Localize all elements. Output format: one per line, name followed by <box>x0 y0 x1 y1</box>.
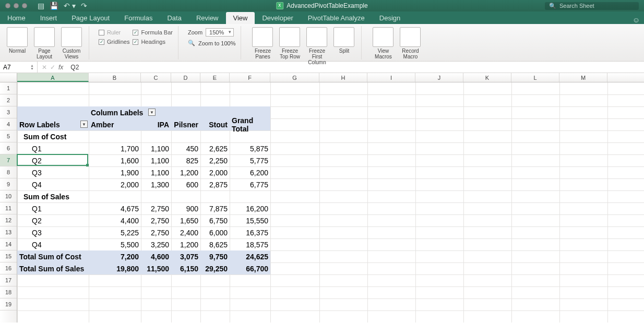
redo-icon[interactable]: ↷ <box>81 2 87 10</box>
row-11[interactable]: 11 <box>0 202 17 214</box>
cell[interactable]: 1,200 <box>171 238 200 250</box>
row-10[interactable]: 10 <box>0 190 17 202</box>
cell[interactable]: 16,200 <box>230 202 270 214</box>
cell[interactable]: 4,600 <box>141 250 171 262</box>
col-labels-dropdown[interactable]: ▼ <box>148 109 156 116</box>
view-page-layout[interactable]: Page Layout <box>32 27 56 59</box>
formula-content[interactable]: Q2 <box>70 64 79 71</box>
view-normal[interactable]: Normal <box>5 27 29 54</box>
max-dot[interactable] <box>22 3 27 8</box>
col-M[interactable]: M <box>559 73 607 82</box>
cell[interactable]: Grand Total <box>230 118 270 130</box>
cell[interactable]: 11,500 <box>141 262 171 274</box>
col-C[interactable]: C <box>141 73 171 82</box>
col-D[interactable]: D <box>171 73 200 82</box>
select-all[interactable] <box>0 73 17 82</box>
chk-gridlines[interactable]: ✓Gridlines <box>99 39 129 45</box>
col-G[interactable]: G <box>270 73 319 82</box>
cancel-icon[interactable]: ✕ <box>42 64 47 71</box>
cell[interactable]: 4,675 <box>89 202 141 214</box>
cell[interactable]: Q1 <box>17 142 89 154</box>
col-A[interactable]: A <box>17 73 89 82</box>
chk-formula-bar[interactable]: ✓Formula Bar <box>133 29 173 35</box>
col-B[interactable]: B <box>89 73 141 82</box>
zoom-select[interactable]: 150% <box>206 28 234 37</box>
row-16[interactable]: 16 <box>0 262 17 274</box>
cell[interactable]: 825 <box>171 154 200 166</box>
cell[interactable]: 2,750 <box>141 226 171 238</box>
cell[interactable]: Q3 <box>17 166 89 178</box>
cell[interactable]: 7,200 <box>89 250 141 262</box>
cell[interactable]: 5,225 <box>89 226 141 238</box>
tab-design[interactable]: Design <box>372 12 408 24</box>
cell[interactable]: 2,000 <box>200 166 230 178</box>
cell[interactable]: 900 <box>171 202 200 214</box>
row-19[interactable]: 19 <box>0 298 17 310</box>
cell[interactable]: Row Labels <box>17 118 89 130</box>
view-custom[interactable]: Custom Views <box>59 27 84 59</box>
chk-ruler[interactable]: Ruler <box>99 29 129 35</box>
name-box[interactable]: A7 ▲▼ <box>0 62 38 73</box>
save-as-icon[interactable]: 💾 <box>50 2 58 10</box>
cell[interactable]: 6,000 <box>200 226 230 238</box>
cell[interactable]: 2,750 <box>141 202 171 214</box>
cell[interactable]: Q4 <box>17 178 89 190</box>
row-2[interactable]: 2 <box>0 94 17 106</box>
col-I[interactable]: I <box>367 73 415 82</box>
row-1[interactable]: 1 <box>0 82 17 94</box>
cell[interactable]: 6,150 <box>171 262 200 274</box>
zoom-100[interactable]: 🔍Zoom to 100% <box>188 40 236 46</box>
tab-data[interactable]: Data <box>160 12 188 24</box>
cell[interactable]: 15,550 <box>230 214 270 226</box>
row-8[interactable]: 8 <box>0 166 17 178</box>
chk-headings[interactable]: ✓Headings <box>133 39 173 45</box>
cell[interactable]: Pilsner <box>171 118 200 130</box>
row-17[interactable]: 17 <box>0 274 17 286</box>
cell[interactable]: 2,250 <box>200 154 230 166</box>
cell[interactable]: 6,200 <box>230 166 270 178</box>
undo-icon[interactable]: ↶ ▾ <box>64 2 76 10</box>
cell[interactable]: 2,000 <box>89 178 141 190</box>
cell[interactable]: Q1 <box>17 202 89 214</box>
cell[interactable]: 1,100 <box>141 142 171 154</box>
tab-review[interactable]: Review <box>189 12 226 24</box>
cell[interactable]: 1,100 <box>141 166 171 178</box>
col-F[interactable]: F <box>230 73 270 82</box>
cell[interactable]: 18,575 <box>230 238 270 250</box>
row-12[interactable]: 12 <box>0 214 17 226</box>
cell[interactable]: 7,875 <box>200 202 230 214</box>
smile-icon[interactable]: ☺ <box>633 16 640 24</box>
cell[interactable]: 29,250 <box>200 262 230 274</box>
cell[interactable]: 1,200 <box>171 166 200 178</box>
cell[interactable]: 24,625 <box>230 250 270 262</box>
cell[interactable]: Amber <box>89 118 141 130</box>
cell[interactable]: 1,650 <box>171 214 200 226</box>
row-14[interactable]: 14 <box>0 238 17 250</box>
cell[interactable]: 600 <box>171 178 200 190</box>
cell[interactable]: 8,625 <box>200 238 230 250</box>
freeze-first-col[interactable]: Freeze First Column <box>305 27 329 65</box>
row-15[interactable]: 15 <box>0 250 17 262</box>
cell[interactable]: 1,300 <box>141 178 171 190</box>
cell[interactable]: 1,900 <box>89 166 141 178</box>
tab-home[interactable]: Home <box>0 12 33 24</box>
col-H[interactable]: H <box>319 73 367 82</box>
split-btn[interactable]: Split <box>332 27 356 54</box>
confirm-icon[interactable]: ✓ <box>50 64 55 71</box>
row-4[interactable]: 4 <box>0 118 17 130</box>
cell[interactable]: 2,400 <box>171 226 200 238</box>
cell[interactable]: Column Labels <box>89 106 171 118</box>
cell[interactable]: 6,775 <box>230 178 270 190</box>
cell[interactable]: Q3 <box>17 226 89 238</box>
cell[interactable]: 2,625 <box>200 142 230 154</box>
fx-icon[interactable]: fx <box>58 64 63 71</box>
search-input[interactable]: 🔍 Search Sheet <box>545 2 639 10</box>
cell[interactable]: 5,775 <box>230 154 270 166</box>
cell[interactable]: IPA <box>141 118 171 130</box>
cell[interactable]: 2,750 <box>141 214 171 226</box>
cell[interactable]: 16,375 <box>230 226 270 238</box>
tab-page-layout[interactable]: Page Layout <box>64 12 117 24</box>
cell[interactable]: 5,875 <box>230 142 270 154</box>
cell[interactable]: 3,250 <box>141 238 171 250</box>
record-macro[interactable]: Record Macro <box>398 27 422 59</box>
